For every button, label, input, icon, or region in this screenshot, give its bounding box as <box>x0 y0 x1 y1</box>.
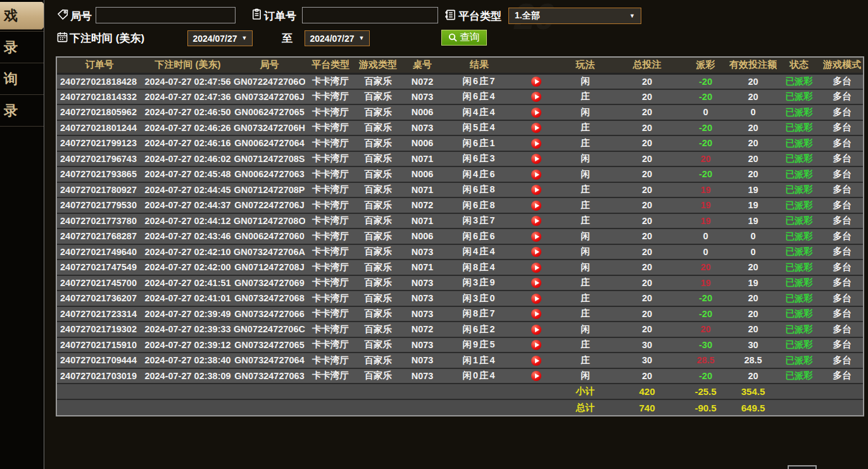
bet-time-cell: 2024-07-27 02:38:09 <box>142 368 234 384</box>
game-no-label: 局号 <box>70 9 92 23</box>
tag-icon <box>57 9 69 21</box>
replay-cell <box>514 166 558 182</box>
game-id-cell: GN00624727064 <box>234 135 305 151</box>
order-id-cell: 240727021796743 <box>57 151 142 167</box>
payout-cell: -20 <box>682 89 729 105</box>
order-id-cell: 240727021709444 <box>57 353 142 368</box>
replay-cell <box>514 197 558 213</box>
result-cell: 闲6庄3 <box>444 151 514 167</box>
table-no-cell: N072 <box>400 73 444 89</box>
platform-cell: 卡卡湾厅 <box>305 306 356 322</box>
payout-cell: 19 <box>682 213 729 229</box>
search-button[interactable]: 查询 <box>441 30 487 46</box>
replay-cell <box>514 151 558 167</box>
replay-video-icon[interactable] <box>531 185 541 195</box>
table-row: 2407270217795302024-07-27 02:44:37GN0722… <box>57 197 863 213</box>
platform-list-icon <box>444 9 456 21</box>
total-bet-cell: 20 <box>612 120 682 136</box>
replay-cell <box>514 275 558 291</box>
sidebar-item-records-2[interactable]: 录 <box>0 101 44 120</box>
col-game-mode: 游戏模式 <box>821 58 863 73</box>
replay-cell <box>514 353 558 368</box>
game-mode-cell: 多台 <box>821 260 863 275</box>
platform-cell: 卡卡湾厅 <box>305 73 356 89</box>
search-button-label: 查询 <box>460 31 480 44</box>
replay-video-icon[interactable] <box>531 123 541 133</box>
subtotal-row-spacer-cell <box>400 384 444 399</box>
platform-cell: 卡卡湾厅 <box>305 260 356 275</box>
order-id-cell: 240727021779530 <box>57 197 142 213</box>
replay-video-icon[interactable] <box>531 356 541 366</box>
replay-video-icon[interactable] <box>531 371 541 381</box>
game-mode-cell: 多台 <box>821 151 863 167</box>
replay-video-icon[interactable] <box>531 201 541 211</box>
replay-video-icon[interactable] <box>531 170 541 180</box>
replay-video-icon[interactable] <box>531 309 541 319</box>
result-cell: 闲8庄7 <box>444 306 514 322</box>
replay-video-icon[interactable] <box>531 216 541 226</box>
bets-table-wrapper: 订单号 下注时间 (美东) 局号 平台类型 游戏类型 桌号 结果 玩法 总投注 … <box>56 56 864 416</box>
total-bet-cell: 20 <box>612 291 682 306</box>
replay-cell <box>514 260 558 275</box>
platform-type-select[interactable]: 1.全部 ▼ <box>508 8 641 24</box>
table-row: 2407270217094442024-07-27 02:38:40GN0732… <box>57 353 863 368</box>
game-type-cell: 百家乐 <box>356 213 400 229</box>
table-row: 2407270217809272024-07-27 02:44:45GN0712… <box>57 182 863 198</box>
status-cell: 已派彩 <box>777 306 821 322</box>
replay-video-icon[interactable] <box>531 92 541 102</box>
replay-video-icon[interactable] <box>531 340 541 350</box>
total-bet-cell: 20 <box>612 306 682 322</box>
platform-cell: 卡卡湾厅 <box>305 213 356 229</box>
sidebar-item-records-1[interactable]: 录 <box>0 38 44 57</box>
replay-video-icon[interactable] <box>531 77 541 87</box>
replay-video-icon[interactable] <box>531 154 541 164</box>
date-to-select[interactable]: 2024/07/27 ▼ <box>305 30 370 46</box>
game-no-input[interactable] <box>96 8 235 23</box>
replay-video-icon[interactable] <box>531 263 541 273</box>
bet-time-cell: 2024-07-27 02:46:02 <box>142 151 234 167</box>
date-from-select[interactable]: 2024/07/27 ▼ <box>187 30 253 46</box>
table-row: 2407270217193022024-07-27 02:39:33GN0722… <box>57 322 863 337</box>
game-id-cell: GN0712472708O <box>234 213 305 229</box>
status-cell: 已派彩 <box>777 353 821 368</box>
bet-time-cell: 2024-07-27 02:42:00 <box>142 260 234 275</box>
game-mode-cell: 多台 <box>821 306 863 322</box>
replay-video-icon[interactable] <box>531 294 541 304</box>
game-id-cell: GN0712472708P <box>234 182 305 198</box>
game-id-cell: GN00624727065 <box>234 104 305 120</box>
table-row: 2407270217682872024-07-27 02:43:46GN0062… <box>57 228 863 244</box>
status-cell: 已派彩 <box>777 291 821 306</box>
pagination-box-clipped[interactable] <box>788 465 817 469</box>
game-mode-cell: 多台 <box>821 120 863 136</box>
valid-bet-cell: 20 <box>729 151 777 167</box>
total-bet-cell: 20 <box>612 151 682 167</box>
bet-time-cell: 2024-07-27 02:46:16 <box>142 135 234 151</box>
play-type-cell: 闲 <box>558 73 612 89</box>
replay-video-icon[interactable] <box>531 139 541 149</box>
sidebar-item-query[interactable]: 询 <box>0 70 44 89</box>
date-from-value: 2024/07/27 <box>193 34 237 44</box>
col-play-type: 玩法 <box>558 58 612 73</box>
total-bet-cell: 20 <box>612 135 682 151</box>
total-row-spacer-cell <box>142 399 234 415</box>
subtotal-row-label: 小计 <box>558 384 612 399</box>
replay-video-icon[interactable] <box>531 247 541 257</box>
game-mode-cell: 多台 <box>821 73 863 89</box>
game-mode-cell: 多台 <box>821 135 863 151</box>
table-no-cell: N073 <box>400 120 444 136</box>
result-cell: 闲6庄1 <box>444 135 514 151</box>
replay-video-icon[interactable] <box>531 232 541 242</box>
status-cell: 已派彩 <box>777 73 821 89</box>
replay-video-icon[interactable] <box>531 108 541 118</box>
platform-cell: 卡卡湾厅 <box>305 120 356 136</box>
game-id-cell: GN07324727064 <box>234 353 305 368</box>
total-row-spacer-cell <box>777 399 821 415</box>
order-no-input[interactable] <box>303 8 437 23</box>
status-cell: 已派彩 <box>777 228 821 244</box>
valid-bet-cell: 20 <box>729 73 777 89</box>
total-bet-cell: 20 <box>612 166 682 182</box>
sidebar-item-game[interactable]: 戏 <box>0 2 44 30</box>
total-row-spacer-cell <box>821 399 863 415</box>
replay-video-icon[interactable] <box>531 325 541 335</box>
replay-video-icon[interactable] <box>531 278 541 288</box>
